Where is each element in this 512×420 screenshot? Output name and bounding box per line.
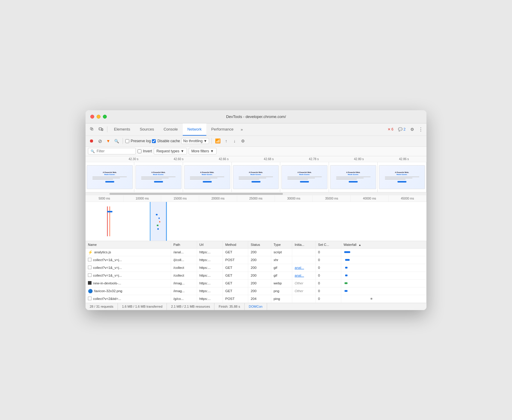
upload-icon[interactable]: ↑ xyxy=(223,137,230,145)
col-name[interactable]: Name xyxy=(86,241,171,249)
table-row[interactable]: collect?v=1&_v=j... /collect https:... G… xyxy=(86,272,426,279)
tab-console[interactable]: Console xyxy=(159,123,183,136)
record-button[interactable]: ⏺ xyxy=(88,137,95,145)
network-settings-icon[interactable]: ⚙ xyxy=(239,137,246,145)
tab-sources[interactable]: Sources xyxy=(135,123,159,136)
stop-record-button[interactable]: ⊘ xyxy=(96,137,103,145)
cell-path: /anal... xyxy=(171,248,197,256)
filmstrip-frame-4[interactable]: A Powerful Web.Made Easier. xyxy=(280,162,329,192)
preserve-log-input[interactable] xyxy=(125,139,129,143)
preserve-log-checkbox[interactable]: Preserve log xyxy=(125,139,151,143)
cell-name: ⚡ analytics.js xyxy=(86,248,171,256)
frame-screenshot-0: A Powerful Web.Made Easier. xyxy=(87,165,133,189)
initiator-link[interactable]: anal... xyxy=(295,266,304,269)
disable-cache-checkbox[interactable]: Disable cache xyxy=(152,139,180,143)
col-waterfall[interactable]: Waterfall ▲ xyxy=(341,241,426,249)
cell-name: new-in-devtools-... xyxy=(86,279,171,287)
timeline-scrollbar-thumb[interactable] xyxy=(109,193,283,195)
request-types-button[interactable]: Request types ▼ xyxy=(154,148,187,154)
initiator-other: Other xyxy=(295,289,303,293)
minimize-button[interactable] xyxy=(97,115,100,119)
timeline-cursor-left xyxy=(150,202,150,241)
more-tabs-button[interactable]: » xyxy=(238,127,245,132)
filmstrip-frames[interactable]: A Powerful Web.Made Easier. A Powerful W… xyxy=(86,162,426,192)
device-toggle-icon[interactable] xyxy=(97,125,105,134)
cell-method: GET xyxy=(223,287,248,295)
more-filters-label: More filters xyxy=(191,149,209,153)
cell-initiator: anal... xyxy=(292,272,316,279)
network-table-container[interactable]: Name Path Url Method Status Type Initia.… xyxy=(86,241,426,303)
tab-performance[interactable]: Performance xyxy=(206,123,238,136)
error-x-icon: ✕ xyxy=(388,127,391,131)
timeline-scrollbar[interactable] xyxy=(86,192,426,195)
close-button[interactable] xyxy=(90,115,94,119)
initiator-link[interactable]: anal... xyxy=(295,274,304,277)
cell-url: https:... xyxy=(197,256,223,264)
cell-status: 200 xyxy=(248,248,271,256)
status-bar: 28 / 31 requests 1.6 MB / 1.6 MB transfe… xyxy=(86,303,426,310)
toolbar-divider-3 xyxy=(211,138,212,144)
col-initiator[interactable]: Initia... xyxy=(292,241,316,249)
filmstrip-frame-2[interactable]: A Powerful Web.Made Easier. xyxy=(183,162,232,192)
col-status[interactable]: Status xyxy=(248,241,271,249)
filter-icon[interactable]: ▼ xyxy=(105,137,112,145)
wifi-icon[interactable]: 📶 xyxy=(214,137,221,145)
cell-url: https:... xyxy=(197,248,223,256)
settings-gear-icon[interactable]: ⚙ xyxy=(409,126,416,133)
table-row[interactable]: collect?v=1&_v=j... /collect https:... G… xyxy=(86,264,426,272)
tab-elements[interactable]: Elements xyxy=(109,123,135,136)
more-filters-button[interactable]: More filters ▼ xyxy=(189,148,217,154)
cell-type: ping xyxy=(271,295,292,303)
cell-method: POST xyxy=(223,295,248,303)
cell-status: 200 xyxy=(248,287,271,295)
cell-path: /collect xyxy=(171,272,197,279)
invert-input[interactable] xyxy=(138,149,141,153)
frame-title-2: A Powerful Web.Made Easier. xyxy=(200,171,214,176)
request-types-arrow-icon: ▼ xyxy=(181,149,184,153)
more-options-icon[interactable]: ⋮ xyxy=(417,126,424,133)
tab-network[interactable]: Network xyxy=(183,123,207,136)
domcontent-status[interactable]: DOMCon xyxy=(245,303,267,310)
col-method[interactable]: Method xyxy=(223,241,248,249)
frame-title: A Powerful Web.Made Easier. xyxy=(103,171,117,176)
filter-text-input[interactable] xyxy=(97,149,132,153)
col-type[interactable]: Type xyxy=(271,241,292,249)
toolbar-right: ✕ 6 💬 2 ⚙ ⋮ xyxy=(386,126,424,133)
table-row[interactable]: new-in-devtools-... /imag... https:... G… xyxy=(86,279,426,287)
throttle-selector[interactable]: No throttling ▼ xyxy=(181,138,209,144)
search-icon[interactable]: 🔍 xyxy=(113,137,120,145)
error-badge[interactable]: ✕ 6 xyxy=(386,127,395,132)
cell-url: https:... xyxy=(197,279,223,287)
cell-path: /collect xyxy=(171,264,197,272)
timeline-chart[interactable] xyxy=(86,202,426,241)
table-row[interactable]: collect?v=2&tid=... /g/co... https:... P… xyxy=(86,295,426,303)
timeline-ruler: 5000 ms 10000 ms 15000 ms 20000 ms 25000… xyxy=(86,195,426,202)
col-url[interactable]: Url xyxy=(197,241,223,249)
filmstrip-frame-6[interactable]: A Powerful Web.Made Easier. xyxy=(378,162,426,192)
ruler-20000: 20000 ms xyxy=(199,195,237,202)
cell-waterfall xyxy=(341,256,426,264)
more-filters-arrow-icon: ▼ xyxy=(210,149,214,153)
col-path[interactable]: Path xyxy=(171,241,197,249)
cell-status: 200 xyxy=(248,256,271,264)
maximize-button[interactable] xyxy=(103,115,107,119)
table-row[interactable]: collect?v=1&_v=j... /j/coll... https:...… xyxy=(86,256,426,264)
cursor-tool-icon[interactable] xyxy=(88,125,96,134)
table-row[interactable]: 🔵 favicon-32x32.png /imag... https:... G… xyxy=(86,287,426,295)
cell-name: collect?v=1&_v=j... xyxy=(86,256,171,264)
download-icon[interactable]: ↓ xyxy=(231,137,238,145)
invert-checkbox[interactable]: Invert xyxy=(138,149,152,153)
filmstrip-frame-1[interactable]: A Powerful Web.Made Easier. xyxy=(134,162,183,192)
frame-screenshot-6: A Powerful Web.Made Easier. xyxy=(379,165,425,189)
disable-cache-input[interactable] xyxy=(152,139,156,143)
requests-status: 28 / 31 requests xyxy=(86,303,118,310)
filmstrip-frame-0[interactable]: A Powerful Web.Made Easier. xyxy=(86,162,134,192)
table-row[interactable]: ⚡ analytics.js /anal... https:... GET 20… xyxy=(86,248,426,256)
filmstrip-time-6: 42.86 s xyxy=(381,157,426,161)
top-toolbar: Elements Sources Console Network Perform… xyxy=(86,123,426,136)
message-badge[interactable]: 💬 2 xyxy=(396,127,407,132)
window-title: DevTools - developer.chrome.com/ xyxy=(226,114,286,119)
filmstrip-frame-5[interactable]: A Powerful Web.Made Easier. xyxy=(329,162,378,192)
filmstrip-frame-3[interactable]: A Powerful Web.Made Easier. xyxy=(232,162,281,192)
col-setcookies[interactable]: Set C... xyxy=(316,241,341,249)
